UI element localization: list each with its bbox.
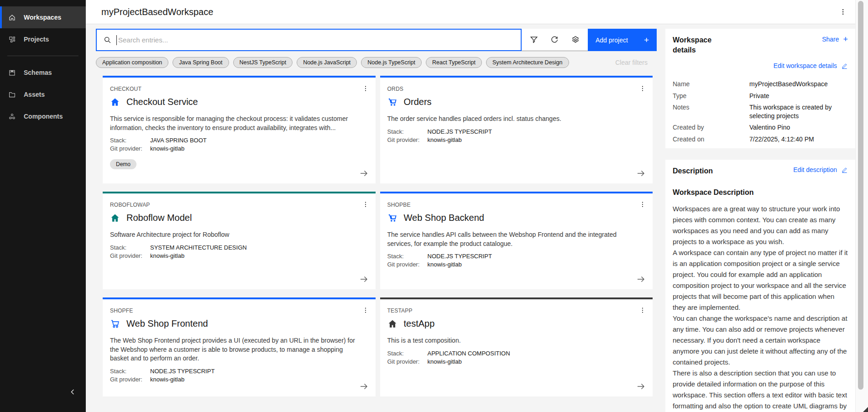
page-header: myProjectBasedWorkspace [86,0,855,24]
sidebar-item-workspaces[interactable]: Workspaces [0,6,86,28]
home-icon [110,213,120,223]
workspace-details-panel: Workspace details Share + Edit workspace… [665,29,855,148]
home-icon [387,319,397,329]
card-title[interactable]: Checkout Service [126,97,198,107]
card-eyebrow: ORDS [387,86,646,92]
sidebar-item-components[interactable]: Components [0,105,86,127]
open-project-arrow-button[interactable] [636,382,645,391]
card-eyebrow: SHOPFE [110,308,368,314]
edit-description-link[interactable]: Edit description [793,166,848,173]
add-project-label: Add project [596,37,628,44]
sidebar-item-schemas[interactable]: Schemas [0,62,86,83]
project-card-roboflow-model[interactable]: ROBOFLOWAP Roboflow Model Software Archi… [103,192,376,289]
project-card-web-shop-backend[interactable]: SHOPBE Web Shop Backend The service hand… [380,192,653,289]
open-project-arrow-button[interactable] [636,169,645,178]
vertical-scrollbar[interactable] [855,0,868,412]
card-title[interactable]: testApp [404,318,435,329]
search-input[interactable] [117,36,514,44]
edit-pencil-icon [841,167,848,173]
arrow-right-icon [636,382,645,391]
sidebar-item-label: Projects [24,36,49,43]
search-field[interactable] [96,29,522,51]
detail-value: Valentino Pino [749,123,790,132]
stack-label: Stack: [387,252,428,261]
project-card-orders[interactable]: ORDS Orders The order service handles pl… [380,76,653,183]
git-provider-label: Git provider: [387,261,428,269]
git-provider-value: knowis-gitlab [428,136,462,144]
filter-tag[interactable]: Application composition [96,57,168,68]
open-project-arrow-button[interactable] [359,382,368,391]
arrow-right-icon [636,169,645,178]
stack-label: Stack: [387,128,428,136]
sidebar-item-assets[interactable]: Assets [0,83,86,105]
card-title[interactable]: Web Shop Frontend [126,318,208,329]
card-overflow-menu-button[interactable] [359,304,372,317]
sidebar: Workspaces Projects Schemas Assets Compo… [0,0,86,412]
stack-label: Stack: [387,349,428,358]
assembly-icon [8,113,16,120]
project-card-checkout-service[interactable]: CHECKOUT Checkout Service This service i… [103,76,376,183]
sidebar-item-projects[interactable]: Projects [0,28,86,50]
git-provider-label: Git provider: [387,136,428,144]
edit-workspace-details-link[interactable]: Edit workspace details [774,62,848,69]
arrow-right-icon [359,169,368,178]
filter-button[interactable] [527,33,541,47]
cart-outline-icon [110,319,120,329]
git-provider-label: Git provider: [110,145,150,153]
detail-value: myProjectBasedWorkspace [749,80,828,89]
card-title[interactable]: Roboflow Model [126,213,192,223]
filter-tag[interactable]: Node.js JavaScript [297,57,357,68]
edit-pencil-icon [841,63,848,69]
filter-tag[interactable]: System Architecture Design [486,57,569,68]
scrollbar-thumb[interactable] [858,1,863,390]
overflow-menu-icon [362,307,369,314]
filter-tag[interactable]: Java Spring Boot [173,57,229,68]
settings-button[interactable] [569,33,582,47]
card-title[interactable]: Web Shop Backend [404,213,484,223]
sidebar-divider [7,56,78,56]
home-icon [8,14,16,21]
card-overflow-menu-button[interactable] [636,304,649,317]
card-overflow-menu-button[interactable] [636,198,649,211]
stack-value: JAVA SPRING BOOT [150,136,207,145]
share-link[interactable]: Share + [822,35,848,43]
clear-filters-link[interactable]: Clear filters [615,59,648,66]
card-overflow-menu-button[interactable] [636,82,649,95]
git-provider-label: Git provider: [110,375,150,384]
sidebar-collapse-button[interactable] [67,386,79,398]
card-description: This service is responsible for managing… [110,115,368,132]
header-overflow-menu-button[interactable] [836,5,850,19]
filter-tag[interactable]: NestJS TypeScript [233,57,293,68]
open-project-arrow-button[interactable] [636,275,645,284]
add-project-button[interactable]: Add project + [588,29,657,51]
category-icon [8,36,16,43]
filter-tag[interactable]: Node.js TypeScript [361,57,422,68]
project-card-testapp[interactable]: TESTAPP testApp This is a test compositi… [380,297,653,396]
gear-icon [571,36,580,44]
refresh-button[interactable] [548,33,561,47]
card-title[interactable]: Orders [404,97,432,107]
stack-value: NODE.JS TYPESCRIPT [428,128,492,136]
overflow-menu-icon [639,201,646,208]
projects-toolbar: Add project + [96,29,657,51]
archive-icon [8,69,16,77]
filter-icon [530,36,538,44]
page-title: myProjectBasedWorkspace [101,7,213,17]
chevron-left-icon [69,388,77,396]
card-overflow-menu-button[interactable] [359,198,372,211]
filter-tag[interactable]: React TypeScript [426,57,482,68]
project-card-web-shop-frontend[interactable]: SHOPFE Web Shop Frontend The Web Shop Fr… [103,297,376,396]
card-overflow-menu-button[interactable] [359,82,372,95]
cart-icon [387,97,397,107]
open-project-arrow-button[interactable] [359,169,368,178]
workspace-description-text: Workspaces are a great way to structure … [673,203,848,412]
text-cursor [116,35,117,45]
open-project-arrow-button[interactable] [359,275,368,284]
detail-value: This workspace is created by selecting p… [749,103,848,121]
stack-label: Stack: [110,367,150,375]
git-provider-label: Git provider: [110,252,150,260]
main-area: myProjectBasedWorkspace [86,0,855,412]
git-provider-value: knowis-gitlab [428,358,462,366]
card-eyebrow: CHECKOUT [110,86,368,92]
stack-value: SYSTEM ARCHITECTURE DESIGN [150,244,247,252]
